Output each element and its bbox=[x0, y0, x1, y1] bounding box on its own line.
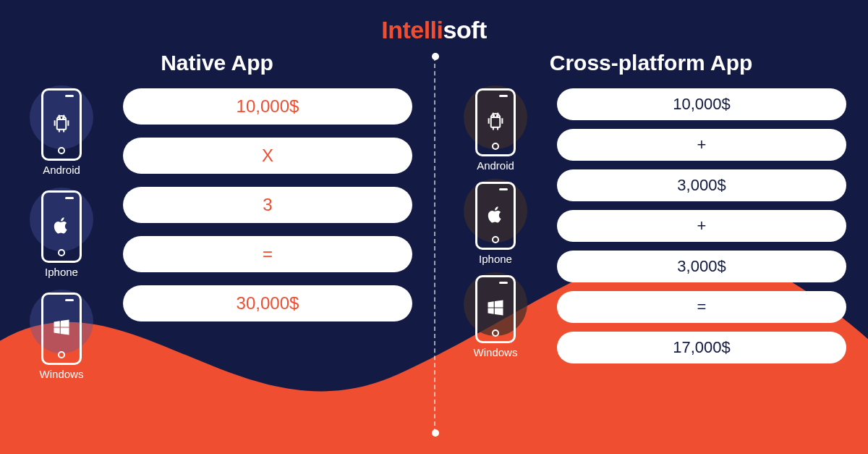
svg-rect-9 bbox=[491, 117, 501, 127]
device-iphone-r: Iphone bbox=[456, 182, 535, 265]
windows-icon bbox=[485, 298, 506, 321]
native-pill-1: X bbox=[123, 138, 412, 174]
svg-point-16 bbox=[493, 115, 494, 116]
device-iphone: Iphone bbox=[22, 190, 101, 278]
cross-title: Cross-platform App bbox=[550, 51, 753, 75]
cross-pill-5: = bbox=[557, 291, 846, 323]
native-devices: Android Iphone bbox=[22, 88, 101, 380]
svg-line-2 bbox=[64, 115, 64, 117]
native-title: Native App bbox=[161, 51, 273, 75]
cross-pills: 10,000$ + 3,000$ + 3,000$ = 17,000$ bbox=[557, 88, 846, 363]
svg-point-8 bbox=[63, 117, 64, 118]
cross-pill-1: + bbox=[557, 129, 846, 161]
svg-line-11 bbox=[498, 113, 498, 115]
native-pill-4: 30,000$ bbox=[123, 285, 412, 321]
cross-pill-4: 3,000$ bbox=[557, 251, 846, 282]
cross-pill-6: 17,000$ bbox=[557, 332, 846, 363]
cross-column: Cross-platform App bbox=[434, 51, 868, 442]
android-icon bbox=[485, 109, 506, 136]
native-pill-3: = bbox=[123, 236, 412, 272]
cross-pill-0: 10,000$ bbox=[557, 88, 846, 120]
svg-point-17 bbox=[497, 115, 498, 116]
svg-point-7 bbox=[59, 117, 60, 118]
brand-logo: Intellisoft bbox=[381, 16, 487, 44]
svg-rect-0 bbox=[57, 119, 67, 130]
svg-line-10 bbox=[493, 113, 493, 115]
cross-pill-3: + bbox=[557, 210, 846, 242]
native-column: Native App bbox=[0, 51, 434, 442]
device-windows: Windows bbox=[22, 293, 101, 380]
windows-icon bbox=[51, 317, 72, 340]
center-divider bbox=[434, 56, 435, 433]
native-pill-2: 3 bbox=[123, 187, 412, 223]
native-pills: 10,000$ X 3 = 30,000$ bbox=[123, 88, 412, 321]
apple-icon bbox=[486, 203, 505, 228]
cross-pill-2: 3,000$ bbox=[557, 169, 846, 201]
device-windows-r: Windows bbox=[456, 275, 535, 358]
device-android-r: Android bbox=[456, 88, 535, 172]
native-pill-0: 10,000$ bbox=[123, 88, 412, 125]
apple-icon bbox=[52, 214, 71, 239]
cross-devices: Android Iphone bbox=[456, 88, 535, 358]
device-android: Android bbox=[22, 88, 101, 176]
svg-line-1 bbox=[59, 115, 59, 117]
android-icon bbox=[51, 111, 72, 138]
